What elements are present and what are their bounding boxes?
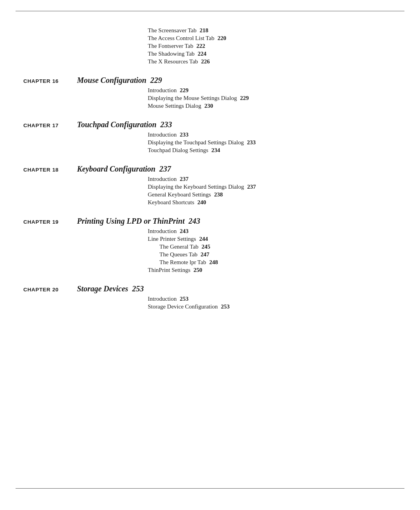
toc-entry: The Queues Tab247 xyxy=(159,251,397,258)
chapter-entries: Introduction229Displaying the Mouse Sett… xyxy=(148,87,397,109)
chapter-title-pagenum: 237 xyxy=(159,165,171,174)
chapter-entries: Introduction233Displaying the Touchpad S… xyxy=(148,131,397,154)
chapter-label: CHAPTER 18 xyxy=(23,167,74,173)
entry-text: The Access Control List Tab xyxy=(148,35,214,42)
page-num: 237 xyxy=(247,184,256,190)
chapter-title-pagenum: 253 xyxy=(132,284,144,293)
toc-entry: Introduction229 xyxy=(148,87,397,94)
page-num: 226 xyxy=(201,58,210,65)
chapter-heading-row: CHAPTER 17Touchpad Configuration233 xyxy=(23,120,397,129)
top-rule xyxy=(16,11,404,11)
toc-entry: Displaying the Keyboard Settings Dialog2… xyxy=(148,184,397,190)
chapter-title-pagenum: 243 xyxy=(189,217,200,226)
chapter-label: CHAPTER 20 xyxy=(23,287,74,293)
page-num: 230 xyxy=(205,103,214,109)
chapter-heading-row: CHAPTER 18Keyboard Configuration237 xyxy=(23,165,397,174)
page-num: 250 xyxy=(194,267,203,273)
page-num: 224 xyxy=(198,51,206,57)
entry-text: Introduction xyxy=(148,296,177,302)
chapter-title: Mouse Configuration xyxy=(77,76,146,85)
preceding-entries: The Screensaver Tab218The Access Control… xyxy=(148,27,397,65)
toc-entry: Displaying the Touchpad Settings Dialog2… xyxy=(148,139,397,146)
toc-entry: Line Printer Settings244 xyxy=(148,236,397,242)
page-num: 243 xyxy=(180,228,189,235)
entry-text: Storage Device Configuration xyxy=(148,303,218,310)
chapter-heading-row: CHAPTER 20Storage Devices253 xyxy=(23,284,397,293)
entry-text: Line Printer Settings xyxy=(148,236,196,242)
toc-entry: Introduction253 xyxy=(148,296,397,302)
chapter-title-pagenum: 233 xyxy=(160,120,172,129)
toc-entry: The Shadowing Tab224 xyxy=(148,51,397,57)
entry-text: ThinPrint Settings xyxy=(148,267,191,273)
chapter-title-pagenum: 229 xyxy=(150,76,162,85)
toc-entry: Introduction233 xyxy=(148,131,397,138)
chapter-label: CHAPTER 19 xyxy=(23,219,74,225)
page-num: 222 xyxy=(196,43,205,49)
page-num: 238 xyxy=(214,191,223,198)
chapter-section-0: CHAPTER 16Mouse Configuration229Introduc… xyxy=(23,76,397,109)
toc-entry: ThinPrint Settings250 xyxy=(148,267,397,273)
chapter-entries: Introduction243Line Printer Settings244T… xyxy=(148,228,397,273)
entry-text: The Fontserver Tab xyxy=(148,43,193,49)
entry-text: Introduction xyxy=(148,131,177,138)
entry-text: Introduction xyxy=(148,87,177,94)
chapter-title: Storage Devices xyxy=(77,284,128,293)
page-num: 218 xyxy=(200,27,208,34)
page-num: 237 xyxy=(180,176,189,182)
toc-entry: Storage Device Configuration253 xyxy=(148,303,397,310)
entry-text: Introduction xyxy=(148,176,177,182)
chapter-heading-row: CHAPTER 19Printing Using LPD or ThinPrin… xyxy=(23,217,397,226)
chapter-section-4: CHAPTER 20Storage Devices253Introduction… xyxy=(23,284,397,310)
toc-entry: Mouse Settings Dialog230 xyxy=(148,103,397,109)
entry-text: The Remote lpr Tab xyxy=(159,259,206,266)
entry-text: Displaying the Touchpad Settings Dialog xyxy=(148,139,244,146)
chapter-title: Printing Using LPD or ThinPrint xyxy=(77,217,185,226)
page-num: 248 xyxy=(209,259,218,266)
page-num: 233 xyxy=(247,139,256,146)
chapter-section-1: CHAPTER 17Touchpad Configuration233Intro… xyxy=(23,120,397,154)
entry-text: Keyboard Shortcuts xyxy=(148,199,194,206)
toc-entry: Displaying the Mouse Settings Dialog229 xyxy=(148,95,397,102)
bottom-rule xyxy=(16,488,404,489)
entry-text: Touchpad Dialog Settings xyxy=(148,147,208,154)
chapter-section-2: CHAPTER 18Keyboard Configuration237Intro… xyxy=(23,165,397,206)
toc-entry: The Screensaver Tab218 xyxy=(148,27,397,34)
toc-entry: The General Tab245 xyxy=(159,244,397,250)
entry-text: Mouse Settings Dialog xyxy=(148,103,201,109)
toc-entry: Introduction243 xyxy=(148,228,397,235)
page-num: 247 xyxy=(201,251,210,258)
page-num: 253 xyxy=(221,303,230,310)
chapter-title: Touchpad Configuration xyxy=(77,120,156,129)
entry-text: Introduction xyxy=(148,228,177,235)
toc-content: The Screensaver Tab218The Access Control… xyxy=(0,27,420,352)
chapter-label: CHAPTER 17 xyxy=(23,123,74,128)
entry-text: The Queues Tab xyxy=(159,251,198,258)
toc-entry: Keyboard Shortcuts240 xyxy=(148,199,397,206)
page-container: The Screensaver Tab218The Access Control… xyxy=(0,0,420,510)
chapter-entries: Introduction253Storage Device Configurat… xyxy=(148,296,397,310)
toc-entry: General Keyboard Settings238 xyxy=(148,191,397,198)
toc-entry: The Fontserver Tab222 xyxy=(148,43,397,49)
chapters-container: CHAPTER 16Mouse Configuration229Introduc… xyxy=(23,76,397,310)
page-num: 244 xyxy=(199,236,208,242)
toc-entry: Touchpad Dialog Settings234 xyxy=(148,147,397,154)
chapter-heading-row: CHAPTER 16Mouse Configuration229 xyxy=(23,76,397,85)
entry-text: The Shadowing Tab xyxy=(148,51,194,57)
page-num: 245 xyxy=(201,244,210,250)
chapter-title: Keyboard Configuration xyxy=(77,165,156,174)
chapter-entries: Introduction237Displaying the Keyboard S… xyxy=(148,176,397,206)
entry-text: General Keyboard Settings xyxy=(148,191,211,198)
page-num: 220 xyxy=(217,35,226,42)
toc-entry: The Access Control List Tab220 xyxy=(148,35,397,42)
entry-text: Displaying the Mouse Settings Dialog xyxy=(148,95,237,102)
toc-entry: The X Resources Tab226 xyxy=(148,58,397,65)
page-num: 229 xyxy=(180,87,189,94)
entry-text: The X Resources Tab xyxy=(148,58,198,65)
chapter-section-3: CHAPTER 19Printing Using LPD or ThinPrin… xyxy=(23,217,397,273)
toc-entry: Introduction237 xyxy=(148,176,397,182)
entry-text: The General Tab xyxy=(159,244,198,250)
page-num: 233 xyxy=(180,131,189,138)
page-num: 253 xyxy=(180,296,189,302)
entry-text: The Screensaver Tab xyxy=(148,27,196,34)
toc-entry: The Remote lpr Tab248 xyxy=(159,259,397,266)
